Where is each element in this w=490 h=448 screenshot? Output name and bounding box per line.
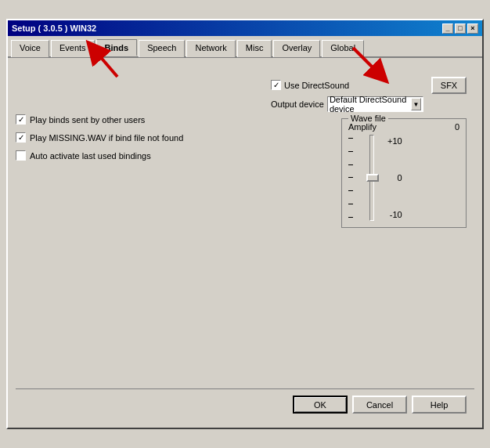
play-missing-label: Play MISSING.WAV if bind file not found [30,133,183,143]
cancel-button[interactable]: Cancel [352,396,407,414]
window-title: Setup ( 3.0.5 ) WIN32 [12,23,96,33]
directsound-row: Use DirectSound [271,80,423,90]
ok-button[interactable]: OK [293,396,348,414]
play-binds-checkbox[interactable] [16,114,26,125]
bottom-bar: OK Cancel Help [16,388,474,420]
output-device-label: Output device [271,99,324,109]
volume-slider[interactable] [362,135,381,221]
tab-overlay[interactable]: Overlay [273,40,320,57]
play-binds-label: Play binds sent by other users [30,115,145,125]
tab-binds[interactable]: Binds [96,39,138,56]
content-wrapper: Play binds sent by other users Play MISS… [16,67,474,381]
slider-track [369,135,374,221]
directsound-text: Use DirectSound [284,81,349,90]
directsound-label: Use DirectSound [271,80,349,90]
amplify-row: Amplify 0 [348,122,459,132]
main-window: Setup ( 3.0.5 ) WIN32 _ □ × Voice Events… [6,19,484,429]
tick-4 [348,190,353,191]
close-button[interactable]: × [467,23,478,34]
tick-labels: +10 0 -10 [387,135,402,221]
tick-top [348,138,353,139]
directsound-checkbox[interactable] [271,80,281,90]
select-dropdown-arrow[interactable]: ▼ [411,98,421,110]
amplify-label: Amplify [348,122,377,132]
tick-2 [348,164,353,165]
right-section: SFX Use DirectSound Output device Defaul… [271,77,467,228]
tab-global[interactable]: Global [322,40,364,57]
tick-bottom [348,217,353,218]
slider-thumb[interactable] [366,174,379,182]
title-bar-buttons: _ □ × [442,23,478,34]
auto-activate-checkbox[interactable] [16,150,26,161]
help-button[interactable]: Help [412,396,467,414]
output-device-value: Default DirectSound device [330,95,411,114]
tick-label-bot: -10 [390,210,402,219]
output-device-select[interactable]: Default DirectSound device ▼ [327,96,423,112]
maximize-button[interactable]: □ [455,23,466,34]
tick-marks [348,135,356,221]
amplify-value: 0 [455,122,459,132]
tab-network[interactable]: Network [186,40,235,57]
tab-speech[interactable]: Speech [139,40,185,57]
title-bar: Setup ( 3.0.5 ) WIN32 _ □ × [8,20,482,36]
content-area: Play binds sent by other users Play MISS… [8,58,482,428]
tick-label-top: +10 [387,136,402,146]
slider-area: +10 0 -10 [348,135,459,221]
tick-5 [348,204,353,204]
tick-1 [348,151,353,152]
tab-bar: Voice Events Binds Speech Network Misc O… [8,36,482,58]
tab-events[interactable]: Events [51,40,95,57]
tab-misc[interactable]: Misc [237,40,272,57]
output-device-row: Output device Default DirectSound device… [271,96,423,112]
sfx-button[interactable]: SFX [431,77,467,94]
play-missing-checkbox[interactable] [16,132,26,143]
tab-voice[interactable]: Voice [11,40,49,57]
minimize-button[interactable]: _ [442,23,453,34]
tick-label-mid: 0 [398,173,402,182]
tick-3 [348,177,353,178]
auto-activate-label: Auto activate last used bindings [30,151,151,161]
wave-file-group: Wave file Amplify 0 [341,118,467,228]
wave-file-legend: Wave file [348,114,388,123]
